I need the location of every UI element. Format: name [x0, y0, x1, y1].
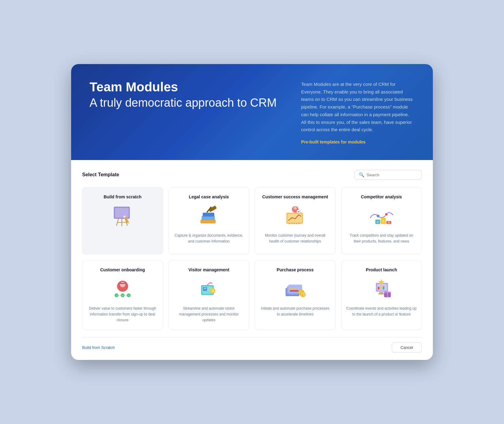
template-card-customer-success[interactable]: Customer success management ★★★★★: [255, 187, 336, 254]
svg-rect-61: [383, 286, 384, 290]
template-desc-legal: Capture & organize documents, evidence, …: [174, 233, 244, 244]
scratch-icon: [107, 204, 138, 228]
svg-rect-10: [202, 216, 215, 220]
main-container: Team Modules A truly democratic approach…: [71, 64, 433, 360]
header-section: Team Modules A truly democratic approach…: [71, 64, 433, 160]
product-icon: [366, 277, 397, 301]
search-input[interactable]: [367, 173, 417, 177]
svg-rect-31: [120, 283, 125, 284]
header-right: Team Modules are at the very core of CRM…: [301, 79, 414, 145]
svg-text:★★★: ★★★: [289, 287, 296, 290]
template-title-product: Product launch: [366, 267, 397, 273]
cancel-button[interactable]: Cancel: [392, 342, 422, 353]
template-card-onboarding[interactable]: Customer onboarding ✓ ✓: [82, 260, 163, 330]
template-card-scratch[interactable]: Build from scratch: [82, 187, 163, 254]
onboarding-icon: ✓ ✓ ✓: [107, 277, 138, 301]
svg-point-30: [120, 282, 125, 287]
template-desc-visitor: Streamline and automate visitor manageme…: [174, 306, 244, 323]
customer-success-icon: ★★★★★ ♥: [280, 204, 311, 228]
header-description: Team Modules are at the very core of CRM…: [301, 81, 414, 134]
main-panel: Select Template 🔍 Build from scratch: [71, 160, 433, 360]
svg-rect-44: [208, 288, 212, 288]
svg-text:2: 2: [377, 220, 379, 223]
svg-point-43: [204, 287, 206, 289]
svg-point-21: [377, 215, 380, 217]
svg-rect-9: [200, 220, 216, 224]
svg-text:⚙: ⚙: [212, 289, 214, 292]
template-title-scratch: Build from scratch: [104, 194, 142, 200]
template-desc-purchase: Initiate and automate purchase processes…: [260, 306, 330, 317]
template-title-onboarding: Customer onboarding: [100, 267, 145, 273]
template-title-purchase: Purchase process: [277, 267, 314, 273]
svg-text:3: 3: [388, 221, 390, 224]
svg-rect-53: [290, 290, 299, 292]
svg-text:★★★★★: ★★★★★: [288, 222, 300, 225]
template-title-legal: Legal case analysis: [189, 194, 229, 200]
purchase-icon: ★★★ $: [280, 277, 311, 301]
svg-rect-11: [203, 213, 214, 217]
header-subtitle: A truly democratic approach to CRM: [90, 96, 277, 110]
header-left: Team Modules A truly democratic approach…: [90, 79, 277, 110]
template-card-legal[interactable]: Legal case analysis Capture & organize d…: [169, 187, 250, 254]
build-from-scratch-link[interactable]: Build from Scratch: [82, 345, 115, 350]
search-box[interactable]: 🔍: [354, 170, 422, 180]
svg-rect-1: [115, 208, 129, 218]
panel-footer: Build from Scratch Cancel: [82, 337, 422, 360]
svg-point-22: [385, 213, 388, 216]
svg-text:✓: ✓: [122, 294, 124, 297]
template-desc-product: Coordinate events and activities leading…: [346, 306, 417, 317]
template-card-purchase[interactable]: Purchase process ★★★ $: [255, 260, 336, 330]
prebuilt-templates-link[interactable]: Pre-built templates for modules: [301, 139, 365, 144]
competitor-icon: 2 1 3: [366, 204, 397, 228]
svg-text:✓: ✓: [116, 294, 118, 297]
select-template-label: Select Template: [82, 172, 119, 178]
template-title-visitor: Visitor management: [188, 267, 229, 273]
template-desc-competitor: Track competitors and stay updated on th…: [346, 233, 417, 244]
svg-text:♥: ♥: [298, 210, 299, 213]
visitor-icon: ⚙: [193, 277, 224, 301]
svg-text:1: 1: [383, 220, 384, 223]
svg-rect-64: [378, 293, 385, 295]
svg-text:✓: ✓: [128, 294, 130, 297]
template-desc-customer-success: Monitor customer journey and overall hea…: [260, 233, 330, 244]
svg-point-18: [293, 206, 297, 210]
template-card-visitor[interactable]: Visitor management: [169, 260, 250, 330]
svg-text:$: $: [302, 294, 303, 296]
templates-grid: Build from scratch: [82, 187, 422, 330]
legal-icon: [193, 204, 224, 228]
template-desc-onboarding: Deliver value to customers faster throug…: [87, 306, 158, 323]
template-title-competitor: Competitor analysis: [361, 194, 402, 200]
template-title-customer-success: Customer success management: [262, 194, 328, 200]
header-title-bold: Team Modules: [90, 79, 277, 95]
svg-rect-60: [380, 286, 382, 290]
template-card-product[interactable]: Product launch: [341, 260, 422, 330]
template-card-competitor[interactable]: Competitor analysis 2 1 3: [341, 187, 422, 254]
svg-rect-59: [378, 287, 380, 290]
panel-header: Select Template 🔍: [82, 170, 422, 180]
search-icon: 🔍: [359, 172, 364, 177]
